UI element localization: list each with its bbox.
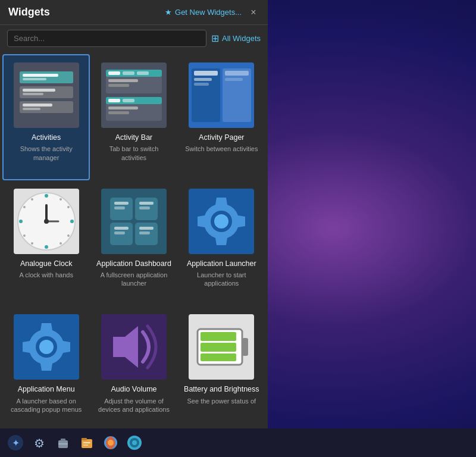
widget-item-app-launcher[interactable]: Application Launcher Launcher to start a… <box>178 180 265 306</box>
svg-rect-31 <box>194 83 209 86</box>
svg-rect-84 <box>61 439 65 441</box>
svg-point-41 <box>67 206 70 208</box>
svg-rect-8 <box>20 101 73 113</box>
widget-icon-activity-pager <box>189 62 254 128</box>
svg-text:✦: ✦ <box>12 438 20 448</box>
svg-rect-4 <box>23 78 46 80</box>
widget-icon-activity-bar <box>101 62 167 128</box>
svg-point-44 <box>31 242 33 245</box>
widget-desc-audio-volume: Adjust the volume of devices and applica… <box>96 397 171 414</box>
widget-name-activity-bar: Activity Bar <box>115 133 153 142</box>
widget-desc-app-menu: A launcher based on cascading popup menu… <box>8 397 84 414</box>
widget-panel: Widgets ★ Get New Widgets... × ⊞ All Wid… <box>0 0 268 434</box>
svg-rect-87 <box>82 438 87 440</box>
svg-point-42 <box>67 234 70 237</box>
widget-desc-app-launcher: Launcher to start applications <box>184 271 259 288</box>
widget-name-app-launcher: Application Launcher <box>187 259 256 268</box>
widget-icon-activities <box>14 62 79 128</box>
taskbar: ✦ ⚙ <box>0 428 476 457</box>
widget-name-app-dashboard: Application Dashboard <box>96 259 171 268</box>
svg-rect-3 <box>23 74 58 77</box>
svg-rect-28 <box>223 68 251 122</box>
settings-taskbar-icon[interactable]: ⚙ <box>29 432 50 453</box>
files-taskbar-icon[interactable] <box>76 432 98 453</box>
all-widgets-button[interactable]: ⊞ All Widgets <box>211 33 261 44</box>
svg-rect-61 <box>114 231 125 234</box>
widget-desc-activity-pager: Switch between activities <box>185 145 258 153</box>
svg-point-50 <box>44 219 49 224</box>
briefcase-taskbar-icon[interactable] <box>52 432 74 453</box>
svg-rect-56 <box>114 202 129 205</box>
widget-item-activities[interactable]: Activities Shows the activity manager <box>2 54 90 180</box>
widget-icon-audio-volume <box>101 314 167 380</box>
svg-rect-17 <box>137 71 149 75</box>
svg-rect-27 <box>192 68 220 122</box>
svg-rect-30 <box>194 78 212 81</box>
svg-rect-86 <box>82 439 92 448</box>
widget-icon-analogue-clock <box>14 189 79 254</box>
svg-point-36 <box>45 194 48 198</box>
widget-name-app-menu: Application Menu <box>18 384 75 394</box>
svg-point-40 <box>60 198 62 201</box>
svg-point-46 <box>23 206 26 208</box>
svg-point-43 <box>60 242 62 245</box>
get-new-widgets-label: Get New Widgets... <box>175 8 242 17</box>
close-button[interactable]: × <box>248 7 259 18</box>
widget-icon-battery-brightness <box>189 314 254 380</box>
svg-rect-78 <box>201 343 236 352</box>
svg-point-47 <box>31 198 33 201</box>
svg-rect-16 <box>123 71 134 75</box>
search-row: ⊞ All Widgets <box>0 25 268 52</box>
svg-rect-22 <box>108 99 120 102</box>
svg-rect-15 <box>108 71 120 75</box>
widget-icon-app-dashboard <box>101 189 167 254</box>
widget-desc-analogue-clock: A clock with hands <box>19 271 73 279</box>
widget-name-activities: Activities <box>32 133 61 142</box>
widget-item-app-menu[interactable]: Application Menu A launcher based on cas… <box>2 306 90 432</box>
svg-rect-5 <box>20 86 73 98</box>
widget-desc-app-dashboard: A fullscreen application launcher <box>96 271 171 288</box>
svg-point-91 <box>108 440 114 446</box>
search-input[interactable] <box>7 30 206 47</box>
panel-title: Widgets <box>8 6 50 18</box>
discover-taskbar-icon[interactable] <box>124 432 145 453</box>
widget-item-battery-brightness[interactable]: Battery and Brightness See the power sta… <box>178 306 265 432</box>
widget-desc-activities: Shows the activity manager <box>8 145 84 162</box>
widget-item-activity-pager[interactable]: Activity Pager Switch between activities <box>178 54 265 180</box>
svg-rect-32 <box>225 71 249 76</box>
star-icon: ★ <box>165 8 172 17</box>
svg-rect-85 <box>58 443 68 445</box>
panel-header: Widgets ★ Get New Widgets... × <box>0 0 268 25</box>
widget-name-analogue-clock: Analogue Clock <box>20 259 73 268</box>
svg-text:⚙: ⚙ <box>34 437 45 450</box>
svg-rect-59 <box>139 206 150 209</box>
widget-item-activity-bar[interactable]: Activity Bar Tab bar to switch activitie… <box>90 54 177 180</box>
svg-rect-33 <box>225 78 243 81</box>
svg-point-67 <box>214 214 228 228</box>
all-widgets-label: All Widgets <box>222 34 261 43</box>
widget-item-app-dashboard[interactable]: Application Dashboard A fullscreen appli… <box>90 180 177 306</box>
svg-rect-89 <box>83 445 88 446</box>
widgets-grid: Activities Shows the activity manager <box>0 52 268 434</box>
svg-rect-24 <box>108 107 138 109</box>
svg-rect-88 <box>83 442 90 443</box>
svg-rect-76 <box>242 338 248 356</box>
svg-rect-18 <box>108 79 138 82</box>
firefox-taskbar-icon[interactable] <box>100 432 121 453</box>
svg-rect-23 <box>123 99 134 102</box>
widget-item-audio-volume[interactable]: Audio Volume Adjust the volume of device… <box>90 306 177 432</box>
svg-rect-25 <box>108 111 129 114</box>
svg-rect-57 <box>114 206 125 209</box>
svg-rect-10 <box>23 108 40 110</box>
svg-point-45 <box>23 234 26 237</box>
widget-item-analogue-clock[interactable]: Analogue Clock A clock with hands <box>2 180 90 306</box>
svg-point-39 <box>19 220 23 223</box>
header-actions: ★ Get New Widgets... × <box>165 7 259 18</box>
svg-rect-2 <box>20 71 73 83</box>
grid-icon: ⊞ <box>211 33 219 44</box>
plasma-taskbar-icon[interactable]: ✦ <box>5 432 26 453</box>
get-new-widgets-link[interactable]: ★ Get New Widgets... <box>165 8 242 17</box>
widget-desc-activity-bar: Tab bar to switch activities <box>96 145 171 162</box>
svg-point-38 <box>45 245 48 249</box>
svg-point-94 <box>132 440 137 445</box>
